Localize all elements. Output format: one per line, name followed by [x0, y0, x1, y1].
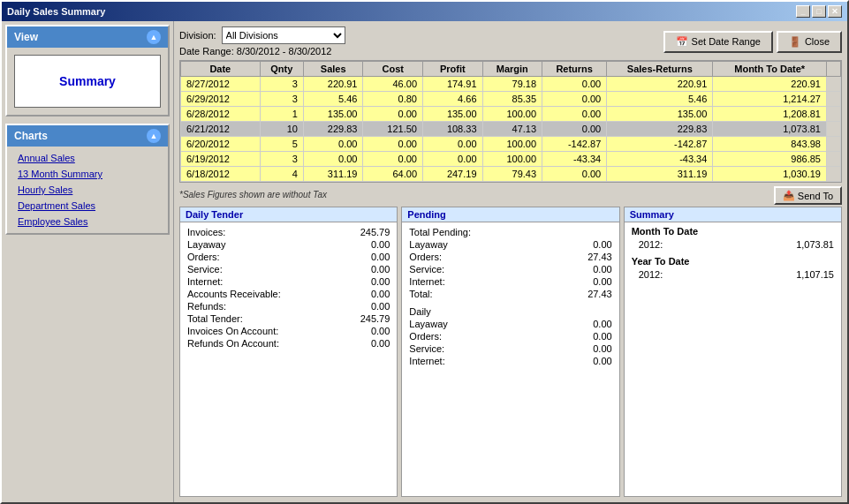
p-value: 27.43	[587, 289, 612, 299]
daily-tender-row: Accounts Receivable:0.00	[187, 288, 390, 300]
scrollbar-cell	[827, 107, 841, 122]
charts-content: Annual Sales 13 Month Summary Hourly Sal…	[7, 147, 168, 233]
toolbar-right: 📅 Set Date Range 🚪 Close	[663, 31, 842, 53]
pending-panel: Pending Total Pending:Layaway0.00Orders:…	[401, 207, 619, 497]
p-label: Service:	[409, 264, 444, 275]
table-cell: 6/19/2012	[181, 152, 261, 167]
window-title: Daily Sales Summary	[7, 6, 105, 17]
view-collapse-icon[interactable]: ▲	[147, 30, 161, 44]
pending-row: Orders:27.43	[409, 251, 611, 263]
table-cell: 6/18/2012	[181, 167, 261, 182]
dt-value: 0.00	[371, 289, 390, 299]
pending-daily-row: Daily	[409, 305, 611, 318]
scrollbar-cell	[827, 167, 841, 182]
date-range-label: Date Range:	[179, 46, 234, 56]
footnote-text: *Sales Figures shown are without Tax	[179, 190, 327, 199]
table-body: 8/27/20123220.9146.00174.9179.180.00220.…	[181, 77, 841, 182]
dt-label: Orders:	[187, 252, 220, 262]
sidebar-item-hourly-sales[interactable]: Hourly Sales	[7, 182, 168, 198]
sidebar-item-annual-sales[interactable]: Annual Sales	[7, 150, 168, 166]
table-cell: 3	[260, 77, 303, 92]
close-icon: 🚪	[789, 36, 801, 48]
p-value: 0.00	[593, 264, 611, 275]
p-label: Layaway	[409, 239, 447, 250]
charts-header: Charts ▲	[7, 125, 168, 147]
col-month-to-date: Month To Date*	[713, 62, 827, 77]
sidebar-item-department-sales[interactable]: Department Sales	[7, 198, 168, 214]
year-year-row: 2012: 1,107.15	[632, 268, 834, 281]
pending-daily-row: Layaway0.00	[409, 318, 611, 330]
year-label: 2012:	[639, 269, 663, 280]
p-label: Total:	[409, 289, 432, 299]
data-table-wrapper: Date Qnty Sales Cost Profit Margin Retur…	[179, 60, 842, 183]
division-select[interactable]: All Divisions	[222, 26, 345, 44]
table-cell: 229.83	[607, 122, 713, 137]
table-cell: 3	[260, 92, 303, 107]
dt-label: Total Tender:	[187, 313, 243, 324]
table-cell: 0.00	[542, 122, 607, 137]
charts-collapse-icon[interactable]: ▲	[147, 129, 161, 143]
pd-value: 0.00	[593, 319, 611, 329]
table-row: 6/29/201235.460.804.6685.350.005.461,214…	[181, 92, 841, 107]
set-date-range-button[interactable]: 📅 Set Date Range	[663, 31, 773, 53]
col-cost: Cost	[363, 62, 423, 77]
daily-tender-content: Invoices:245.79Layaway0.00Orders:0.00Ser…	[180, 222, 397, 353]
table-cell: 0.00	[542, 92, 607, 107]
summary-button[interactable]: Summary	[14, 55, 161, 108]
summary-panel-title: Summary	[625, 207, 841, 222]
table-cell: 64.00	[363, 167, 423, 182]
pd-label: Orders:	[409, 331, 442, 342]
table-cell: 1,030.19	[713, 167, 827, 182]
pending-daily-row: Orders:0.00	[409, 330, 611, 342]
window-close-button[interactable]: ✕	[828, 5, 842, 18]
send-to-button[interactable]: 📤 Send To	[774, 186, 842, 205]
scrollbar-cell	[827, 92, 841, 107]
daily-tender-row: Total Tender:245.79	[187, 312, 390, 325]
table-cell: 4	[260, 167, 303, 182]
sidebar-item-employee-sales[interactable]: Employee Sales	[7, 214, 168, 229]
dt-value: 0.00	[371, 276, 390, 287]
table-cell: 174.91	[423, 77, 483, 92]
pd-label: Daily	[409, 306, 430, 317]
pd-value: 0.00	[593, 343, 611, 354]
sidebar-item-13-month[interactable]: 13 Month Summary	[7, 166, 168, 182]
table-cell: 135.00	[423, 107, 483, 122]
table-cell: 5	[260, 137, 303, 152]
table-cell: 10	[260, 122, 303, 137]
daily-tender-row: Layaway0.00	[187, 238, 390, 251]
table-cell: 1,073.81	[713, 122, 827, 137]
scrollbar-cell	[827, 152, 841, 167]
close-button[interactable]: 🚪 Close	[777, 31, 842, 53]
send-icon: 📤	[783, 190, 795, 201]
title-bar: Daily Sales Summary _ □ ✕	[2, 2, 847, 21]
table-header-row: Date Qnty Sales Cost Profit Margin Retur…	[181, 62, 841, 77]
table-cell: 311.19	[303, 167, 363, 182]
pending-row: Layaway0.00	[409, 238, 611, 251]
division-label: Division:	[179, 30, 216, 41]
table-cell: 100.00	[482, 137, 542, 152]
table-cell: -142.87	[542, 137, 607, 152]
calendar-icon: 📅	[676, 36, 688, 48]
col-sales-returns: Sales-Returns	[607, 62, 713, 77]
table-cell: 0.00	[423, 137, 483, 152]
year-to-date-title: Year To Date	[632, 256, 834, 267]
table-cell: 46.00	[363, 77, 423, 92]
division-row: Division: All Divisions	[179, 26, 345, 44]
table-cell: 0.00	[423, 152, 483, 167]
col-profit: Profit	[423, 62, 483, 77]
daily-tender-row: Refunds On Account:0.00	[187, 337, 390, 350]
minimize-button[interactable]: _	[796, 5, 810, 18]
view-content: Summary	[7, 48, 168, 115]
maximize-button[interactable]: □	[812, 5, 826, 18]
daily-tender-row: Refunds:0.00	[187, 300, 390, 312]
dt-label: Service:	[187, 264, 223, 275]
table-cell: 100.00	[482, 107, 542, 122]
pending-daily-row: Internet:0.00	[409, 355, 611, 367]
month-to-date-group: Month To Date 2012: 1,073.81	[632, 226, 834, 251]
daily-tender-panel: Daily Tender Invoices:245.79Layaway0.00O…	[179, 207, 398, 497]
dt-value: 0.00	[371, 338, 390, 349]
table-cell: 79.43	[482, 167, 542, 182]
table-row: 6/21/201210229.83121.50108.3347.130.0022…	[181, 122, 841, 137]
toolbar-left: Division: All Divisions Date Range: 8/30…	[179, 26, 345, 56]
bottom-panels: Daily Tender Invoices:245.79Layaway0.00O…	[179, 207, 842, 497]
